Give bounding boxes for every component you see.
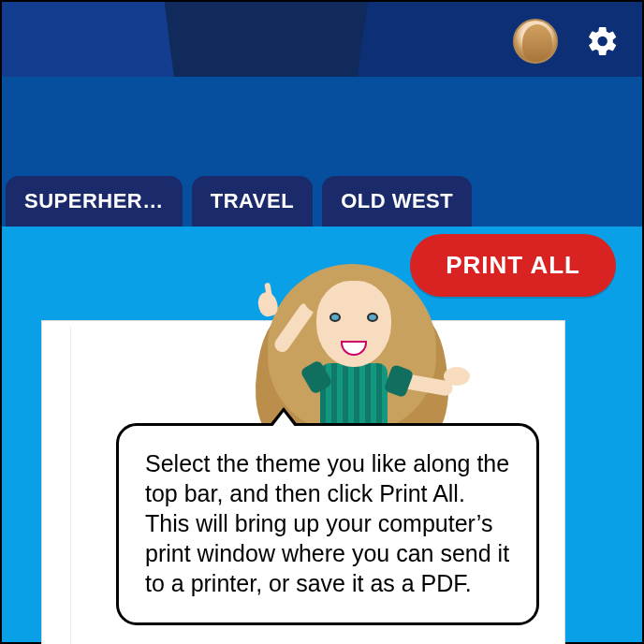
gear-icon xyxy=(586,24,620,58)
print-all-button[interactable]: PRINT ALL xyxy=(410,234,616,297)
theme-bar: SUPERHER… TRAVEL OLD WEST xyxy=(2,77,642,227)
settings-button[interactable] xyxy=(584,22,622,60)
help-tip-bubble: Select the theme you like along the top … xyxy=(116,423,539,625)
theme-tabs: SUPERHER… TRAVEL OLD WEST xyxy=(2,176,472,227)
avatar[interactable] xyxy=(513,19,558,64)
tab-superhero[interactable]: SUPERHER… xyxy=(6,176,183,227)
tab-old-west[interactable]: OLD WEST xyxy=(322,176,472,227)
help-tip-text: Select the theme you like along the top … xyxy=(145,448,510,598)
app-header xyxy=(2,2,642,77)
tab-travel[interactable]: TRAVEL xyxy=(192,176,313,227)
